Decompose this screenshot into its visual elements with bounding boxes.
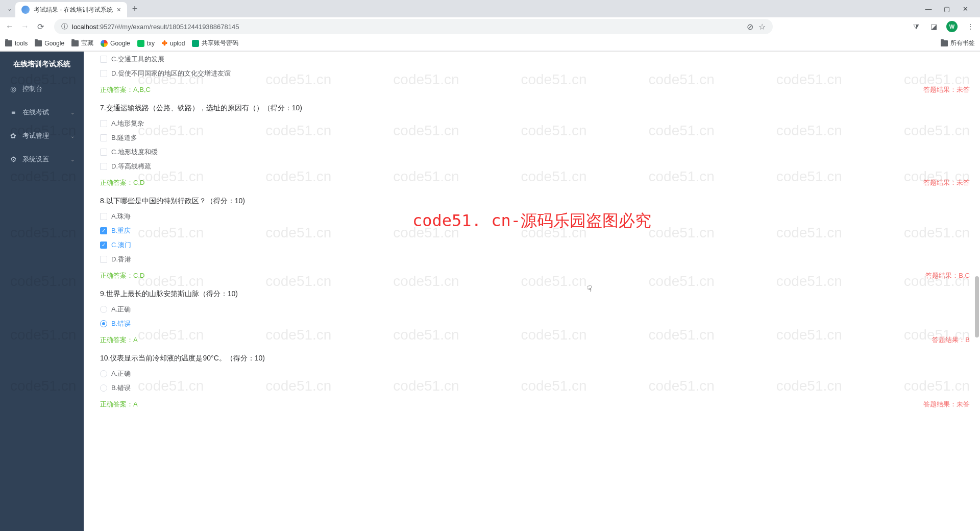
bookmark-google-folder[interactable]: Google — [35, 40, 64, 47]
checkbox-icon[interactable] — [100, 256, 107, 263]
chevron-down-icon: ⌄ — [70, 110, 75, 115]
tab-favicon-icon — [21, 6, 30, 14]
option-c[interactable]: C.澳门 — [100, 240, 970, 250]
radio-icon[interactable] — [100, 384, 107, 392]
option-list: A.正确 B.错误 — [100, 369, 970, 393]
scrollbar-thumb[interactable] — [975, 276, 979, 337]
upload-icon: ✤ — [162, 39, 167, 47]
sidebar-item-online-exam[interactable]: ≡ 在线考试 ⌄ — [0, 101, 84, 124]
link-icon[interactable]: ⊘ — [747, 22, 753, 32]
new-tab-icon[interactable]: + — [127, 4, 143, 14]
checkbox-icon[interactable] — [100, 163, 107, 170]
option-b[interactable]: B.错误 — [100, 319, 970, 328]
radio-icon[interactable] — [100, 370, 107, 377]
folder-icon — [941, 40, 948, 46]
radio-icon[interactable] — [100, 320, 107, 327]
radio-icon[interactable] — [100, 306, 107, 313]
option-list: A.地形复杂 B.隧道多 C.地形坡度和缓 D.等高线稀疏 — [100, 119, 970, 171]
checkbox-icon[interactable] — [100, 242, 107, 249]
nav-reload-icon[interactable]: ⟳ — [36, 22, 45, 32]
folder-icon — [35, 40, 42, 46]
folder-icon — [5, 40, 12, 46]
answer-result: 答题结果：B,C — [925, 271, 970, 280]
question-title: 7.交通运输线路（公路、铁路），选址的原因有（）（得分：10) — [100, 104, 970, 113]
minimize-icon[interactable]: — — [925, 5, 932, 13]
bookmark-txy[interactable]: txy — [137, 40, 155, 47]
dashboard-icon: ◎ — [9, 85, 17, 93]
bookmark-treasure[interactable]: 宝藏 — [71, 39, 93, 47]
answer-result: 答题结果：未答 — [923, 85, 970, 94]
result-row: 正确答案：C,D 答题结果：未答 — [100, 178, 970, 187]
option-a[interactable]: A.正确 — [100, 369, 970, 378]
checkbox-icon[interactable] — [100, 120, 107, 127]
address-bar[interactable]: ⓘ localhost:9527/#/my/exam/result/180512… — [54, 19, 773, 34]
checkbox-icon[interactable] — [100, 134, 107, 141]
tab-dropdown-icon[interactable]: ⌄ — [4, 5, 15, 12]
all-bookmarks[interactable]: 所有书签 — [941, 39, 975, 47]
option-c[interactable]: C.交通工具的发展 — [100, 55, 970, 64]
checkbox-icon[interactable] — [100, 227, 107, 234]
nav-back-icon[interactable]: ← — [5, 22, 14, 31]
sidebar-item-exam-manage[interactable]: ✿ 考试管理 ⌄ — [0, 124, 84, 148]
bookmark-tools[interactable]: tools — [5, 40, 28, 47]
app-root: 在线培训考试系统 ◎ 控制台 ≡ 在线考试 ⌄ ✿ 考试管理 ⌄ ⚙ 系统设置 … — [0, 52, 980, 531]
option-a[interactable]: A.正确 — [100, 305, 970, 314]
option-c[interactable]: C.地形坡度和缓 — [100, 148, 970, 157]
bookmark-share[interactable]: 共享账号密码 — [192, 39, 238, 47]
correct-answer: 正确答案：A,B,C — [100, 85, 151, 94]
result-row: 正确答案：A 答题结果：未答 — [100, 400, 970, 409]
option-list: A.珠海 B.重庆 C.澳门 D.香港 — [100, 212, 970, 264]
result-row: 正确答案：C,D 答题结果：B,C — [100, 271, 970, 280]
bookmark-bar: tools Google 宝藏 Google txy ✤uplod 共享账号密码… — [0, 36, 980, 51]
tab-close-icon[interactable]: × — [117, 6, 121, 14]
sidebar-item-label: 系统设置 — [22, 155, 49, 164]
option-list: C.交通工具的发展 D.促使不同国家的地区的文化交增进友谊 — [100, 55, 970, 78]
tab-bar: ⌄ 考试结果 - 在线培训考试系统 × + — ▢ ✕ — [0, 0, 980, 17]
menu-icon[interactable]: ⋮ — [966, 22, 975, 31]
sidebar-item-label: 考试管理 — [22, 131, 49, 140]
option-a[interactable]: A.地形复杂 — [100, 119, 970, 128]
option-b[interactable]: B.错误 — [100, 383, 970, 393]
exam-result-content[interactable]: C.交通工具的发展 D.促使不同国家的地区的文化交增进友谊 正确答案：A,B,C… — [84, 52, 980, 531]
question-item: 9.世界上最长的山脉安第斯山脉（得分：10) A.正确 B.错误 正确答案：A … — [100, 289, 970, 345]
chevron-down-icon: ⌄ — [70, 133, 75, 139]
checkbox-icon[interactable] — [100, 56, 107, 63]
option-d[interactable]: D.香港 — [100, 255, 970, 264]
tab-title: 考试结果 - 在线培训考试系统 — [34, 6, 113, 14]
result-row: 正确答案：A 答题结果：B — [100, 335, 970, 345]
checkbox-icon[interactable] — [100, 149, 107, 156]
sidebar-item-system-settings[interactable]: ⚙ 系统设置 ⌄ — [0, 148, 84, 171]
site-info-icon[interactable]: ⓘ — [61, 22, 68, 31]
nav-forward-icon[interactable]: → — [20, 22, 30, 31]
sidebar-item-label: 控制台 — [22, 84, 42, 93]
close-icon[interactable]: ✕ — [962, 5, 969, 13]
gear-icon: ✿ — [9, 132, 17, 140]
correct-answer: 正确答案：C,D — [100, 178, 144, 187]
google-icon — [101, 40, 108, 47]
option-a[interactable]: A.珠海 — [100, 212, 970, 221]
answer-result: 答题结果：B — [932, 335, 970, 345]
question-item: 8.以下哪些是中国的特别行政区？（得分：10) A.珠海 B.重庆 C.澳门 D… — [100, 197, 970, 280]
option-b[interactable]: B.隧道多 — [100, 133, 970, 142]
url-text: localhost:9527/#/my/exam/result/18051244… — [72, 23, 239, 31]
extensions-icon[interactable]: ⧩ — [912, 22, 921, 31]
browser-tab[interactable]: 考试结果 - 在线培训考试系统 × — [15, 2, 127, 17]
star-icon[interactable]: ☆ — [758, 22, 766, 32]
extension-btn-icon[interactable]: ◪ — [929, 22, 938, 31]
bookmark-google[interactable]: Google — [101, 40, 130, 47]
question-item: 10.仪表显示当前冷却液的温度是90°C。（得分：10) A.正确 B.错误 正… — [100, 354, 970, 409]
option-d[interactable]: D.促使不同国家的地区的文化交增进友谊 — [100, 69, 970, 78]
bookmark-upload[interactable]: ✤uplod — [162, 39, 185, 47]
folder-icon — [71, 40, 79, 46]
checkbox-icon[interactable] — [100, 70, 107, 77]
maximize-icon[interactable]: ▢ — [943, 5, 950, 13]
profile-avatar[interactable]: W — [946, 21, 958, 32]
question-title: 10.仪表显示当前冷却液的温度是90°C。（得分：10) — [100, 354, 970, 363]
sidebar-item-dashboard[interactable]: ◎ 控制台 — [0, 77, 84, 101]
correct-answer: 正确答案：A — [100, 335, 138, 345]
checkbox-icon[interactable] — [100, 213, 107, 220]
option-d[interactable]: D.等高线稀疏 — [100, 162, 970, 171]
nav-bar: ← → ⟳ ⓘ localhost:9527/#/my/exam/result/… — [0, 17, 980, 36]
sidebar: 在线培训考试系统 ◎ 控制台 ≡ 在线考试 ⌄ ✿ 考试管理 ⌄ ⚙ 系统设置 … — [0, 52, 84, 531]
option-b[interactable]: B.重庆 — [100, 226, 970, 235]
